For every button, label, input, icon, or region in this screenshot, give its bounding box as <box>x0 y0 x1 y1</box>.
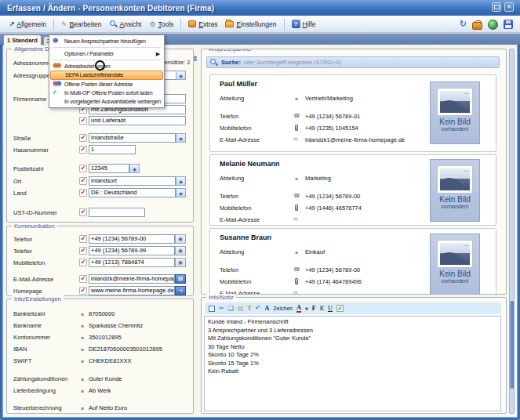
telefon-label: Telefon <box>220 193 238 200</box>
strasse-dropdown-icon[interactable]: ◆ <box>176 133 186 143</box>
bullet-icon: ▪ <box>81 405 84 411</box>
menu-allgemein[interactable]: ↗ Allgemein <box>5 19 50 30</box>
red-check-icon[interactable]: ✔ <box>79 117 87 125</box>
land-input[interactable]: DE : Deutschland <box>89 188 176 197</box>
text-icon[interactable]: T <box>247 303 251 313</box>
open-homepage-icon[interactable]: → <box>175 286 186 295</box>
send-mail-icon[interactable]: ▤ <box>175 274 186 284</box>
phone-icon: ☎ <box>293 266 300 273</box>
undo-icon[interactable]: ↶ <box>256 303 261 313</box>
cut-icon[interactable]: ✂ <box>219 303 224 313</box>
briefcase-icon[interactable] <box>472 22 482 30</box>
red-check-icon[interactable]: ✔ <box>79 189 87 197</box>
refresh-icon[interactable]: ↻ <box>460 20 467 28</box>
red-check-icon[interactable]: ✔ <box>79 208 87 216</box>
red-check-icon[interactable]: ✔ <box>79 134 87 142</box>
group-title: Kommunikation <box>12 223 57 230</box>
vorhanden-text: vorhanden! <box>431 278 479 284</box>
menu-bearbeiten[interactable]: ✎ Bearbeiten <box>57 19 106 30</box>
red-check-icon[interactable]: ✔ <box>79 259 87 266</box>
menu-item-auswahltabelle-verbergen[interactable]: In vorgelagerter Auswahltabelle verberge… <box>50 97 163 106</box>
telefon-input[interactable]: +49 (1234) 56789-00 <box>89 234 175 244</box>
phone-icon: ☎ <box>293 113 300 119</box>
telefon-value: +49 (1234) 56789-01 <box>305 113 360 120</box>
tab-standard[interactable]: 1 Standard <box>3 34 42 45</box>
vertical-scrollbar[interactable] <box>509 49 515 414</box>
ort-label: Ort <box>13 178 21 185</box>
bullet-icon: ▪ <box>295 249 298 255</box>
red-check-icon[interactable]: ✔ <box>79 146 87 154</box>
underline-icon[interactable]: U <box>328 303 333 313</box>
strasse-input[interactable]: Inlandstraße <box>89 133 176 143</box>
postleitzahl-input[interactable]: 12345 <box>89 164 129 173</box>
mobiltelefon-value: +49 (1235) 1045154 <box>305 125 358 132</box>
chevron-down-icon[interactable]: ▼ <box>305 306 308 311</box>
abteilung-value: Einkauf <box>305 248 325 255</box>
menu-ansicht[interactable]: Ansicht <box>106 19 146 30</box>
menu-item-multi-op-laden[interactable]: ✔ In Multi-OP Offene Posten sofort laden <box>50 89 163 97</box>
firmenname-input-3[interactable]: und Lieferadr. <box>89 116 186 125</box>
menu-item-neuer-ansprechpartner[interactable]: ☻ Neuen Ansprechpartner hinzufügen <box>50 37 163 45</box>
ort-dropdown-icon[interactable]: ◆ <box>176 176 186 186</box>
contact-search-bar[interactable]: Suche: Hier Suchbegriff eingeben (STRG+S… <box>206 56 500 68</box>
kontonummer-label: Kontonummer <box>13 334 50 341</box>
telefax-input[interactable]: +49 (1234) 56789-99 <box>89 246 175 255</box>
contact-card[interactable]: Paul Müller Abteilung ▪ Vertrieb/Marketi… <box>209 74 496 152</box>
contact-card[interactable]: Melanie Neumann Abteilung ▪ Marketing Te… <box>209 154 496 226</box>
scrollbar-thumb[interactable] <box>510 301 514 389</box>
gear-icon: ⚙ <box>149 20 155 28</box>
restore-icon[interactable] <box>492 2 501 12</box>
red-check-icon[interactable]: ✔ <box>79 247 87 255</box>
red-check-icon[interactable]: ✔ <box>79 177 87 185</box>
adressgruppe-dropdown-icon[interactable]: ◆ <box>176 71 186 80</box>
select-all-icon[interactable] <box>209 306 215 312</box>
font-icon[interactable]: A <box>264 303 269 313</box>
menu-tools[interactable]: ⚙ Tools <box>145 19 177 30</box>
dial-phone-icon[interactable]: ◉ <box>175 234 186 244</box>
save-icon[interactable] <box>504 20 513 29</box>
land-dropdown-icon[interactable]: ◆ <box>176 188 186 197</box>
bold-icon[interactable]: F <box>312 303 316 313</box>
panel-splitter-icon[interactable]: ⇕ <box>192 55 198 63</box>
menu-extras[interactable]: Extras <box>184 19 221 30</box>
search-input[interactable]: Hier Suchbegriff eingeben (STRG+S) <box>244 59 341 66</box>
menu-item-offene-posten[interactable]: ☻☻ Offene Posten dieser Adresse <box>50 80 163 89</box>
menu-item-optionen-parameter[interactable]: Optionen / Parameter ▶ <box>50 49 163 58</box>
telefon-value: +49 (1234) 56789-00 <box>305 193 360 200</box>
contact-card[interactable]: Susanne Braun Abteilung ▪ Einkauf Telefo… <box>209 228 496 295</box>
font-color-icon[interactable]: A <box>296 304 301 313</box>
italic-icon[interactable]: K <box>320 303 324 313</box>
edit-note-icon[interactable]: ✔ <box>336 305 344 312</box>
bankleitzahl-value: 87050000 <box>89 310 115 317</box>
menu-item-adressbeziehungen[interactable]: ☻☻ Adressbeziehungen <box>50 62 163 71</box>
ustid-input[interactable] <box>89 208 145 217</box>
red-check-icon[interactable]: ✔ <box>79 287 87 295</box>
copy-icon[interactable]: ❏ <box>228 303 234 313</box>
homepage-input[interactable]: www.meine-firma-homepage.de <box>89 286 175 295</box>
bullet-icon: ▪ <box>295 176 298 181</box>
postleitzahl-dropdown-icon[interactable]: ◆ <box>129 164 140 173</box>
toolbar-separator <box>53 19 54 30</box>
red-check-icon[interactable]: ✔ <box>79 165 87 172</box>
email-input[interactable]: inlandzk@meine-firma-homepage.de <box>89 274 175 284</box>
menu-einstellungen[interactable]: Einstellungen <box>221 19 280 30</box>
note-textarea[interactable]: Kunde Inland - Firmenanschrift 3 Ansprec… <box>204 316 501 411</box>
close-icon[interactable]: ✕ <box>504 2 514 12</box>
globe-icon[interactable] <box>488 20 498 30</box>
red-check-icon[interactable]: ✔ <box>79 275 87 283</box>
menu-item-sepa-lastschriftmandate[interactable]: SEPA Lastschriftmandate <box>50 71 163 80</box>
hausnummer-label: Hausnummer <box>13 147 49 154</box>
ort-input[interactable]: Inlandsort <box>89 176 176 186</box>
menu-hilfe[interactable]: ? Hilfe <box>288 18 320 30</box>
bullet-icon: ▪ <box>81 388 84 393</box>
mobiltelefon-input[interactable]: +49 (1213) 7864874 <box>89 258 175 267</box>
paste-icon[interactable]: ▤ <box>238 303 244 313</box>
dial-fax-icon[interactable]: ◉ <box>175 246 186 255</box>
telefon-label: Telefon <box>220 266 238 273</box>
mobiltelefon-label: Mobiltelefon <box>13 259 45 266</box>
dial-mobile-icon[interactable]: ◉ <box>175 258 186 267</box>
settings-folder-icon <box>225 21 234 27</box>
red-check-icon[interactable]: ✔ <box>79 235 87 243</box>
relations-people-icon: ☻☻ <box>53 63 61 70</box>
hausnummer-input[interactable]: 1 <box>89 145 136 154</box>
